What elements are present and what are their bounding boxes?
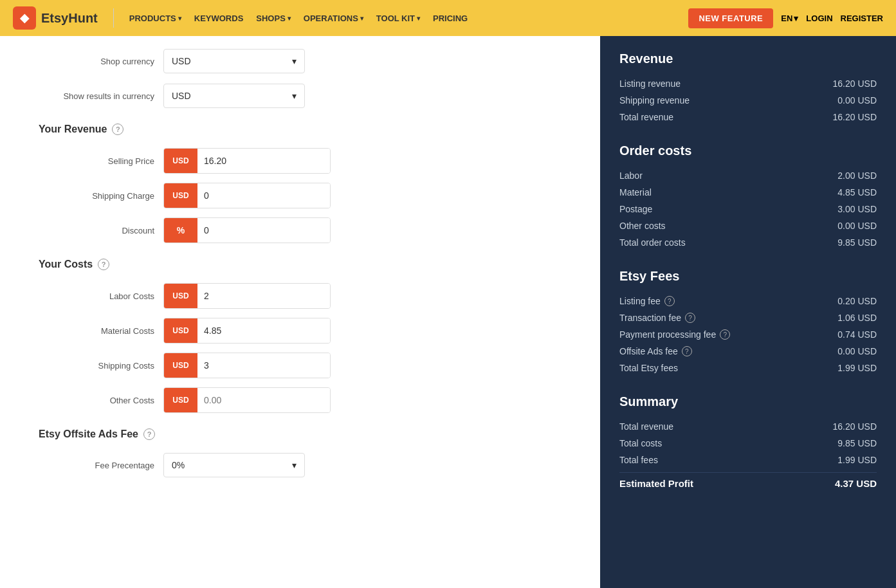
selling-price-input[interactable] <box>197 149 330 173</box>
language-selector[interactable]: EN ▾ <box>781 14 798 23</box>
summary-total-revenue-row: Total revenue 16.20 USD <box>619 418 877 435</box>
payment-processing-fee-value: 0.74 USD <box>837 329 877 340</box>
login-link[interactable]: LOGIN <box>806 14 832 23</box>
chevron-down-icon: ▾ <box>360 15 363 22</box>
selling-price-label: Selling Price <box>39 156 154 166</box>
shipping-charge-currency-badge: USD <box>164 183 197 208</box>
other-costs-result-value: 0.00 USD <box>837 221 877 231</box>
costs-title: Your Costs <box>39 259 93 270</box>
discount-label: Discount <box>39 226 154 235</box>
right-panel: Revenue Listing revenue 16.20 USD Shippi… <box>600 36 896 588</box>
total-order-costs-row: Total order costs 9.85 USD <box>619 234 877 251</box>
left-panel: Shop currency USD ▾ Show results in curr… <box>0 36 600 588</box>
material-result-label: Material <box>619 187 652 198</box>
order-costs-title: Order costs <box>619 143 877 158</box>
total-order-costs-value: 9.85 USD <box>837 237 877 248</box>
summary-section: Summary Total revenue 16.20 USD Total co… <box>619 394 877 494</box>
shipping-charge-row: Shipping Charge USD <box>39 183 562 208</box>
labor-costs-label: Labor Costs <box>39 291 154 301</box>
material-result-value: 4.85 USD <box>837 187 877 198</box>
total-etsy-fees-value: 1.99 USD <box>837 363 877 373</box>
summary-total-fees-value: 1.99 USD <box>837 455 877 465</box>
nav-links: PRODUCTS▾ KEYWORDS SHOPS▾ OPERATIONS▾ TO… <box>129 14 673 23</box>
nav-operations[interactable]: OPERATIONS▾ <box>304 14 363 23</box>
fee-percentage-label: Fee Precentage <box>39 461 154 470</box>
shipping-charge-input[interactable] <box>197 183 330 208</box>
other-costs-result-row: Other costs 0.00 USD <box>619 217 877 234</box>
labor-costs-input[interactable] <box>197 284 330 308</box>
costs-section: Your Costs ? Labor Costs USD Material Co… <box>39 259 562 413</box>
material-costs-input[interactable] <box>197 318 330 343</box>
ads-fee-section: Etsy Offsite Ads Fee ? Fee Precentage 0%… <box>39 428 562 477</box>
nav-keywords[interactable]: KEYWORDS <box>194 14 244 23</box>
results-currency-select[interactable]: USD ▾ <box>163 84 305 108</box>
fee-percentage-select[interactable]: 0% ▾ <box>163 453 305 477</box>
offsite-ads-fee-value: 0.00 USD <box>837 346 877 356</box>
new-feature-button[interactable]: NEW FEATURE <box>688 8 773 28</box>
logo[interactable]: ◆ EtsyHunt <box>13 6 98 30</box>
other-costs-result-label: Other costs <box>619 221 666 231</box>
fee-percentage-row: Fee Precentage 0% ▾ <box>39 453 562 477</box>
total-revenue-label: Total revenue <box>619 112 673 122</box>
ads-fee-help-icon[interactable]: ? <box>143 428 155 440</box>
shipping-charge-label: Shipping Charge <box>39 191 154 201</box>
shipping-revenue-value: 0.00 USD <box>837 95 877 106</box>
nav-divider <box>113 8 114 28</box>
main-layout: Shop currency USD ▾ Show results in curr… <box>0 36 896 588</box>
costs-header: Your Costs ? <box>39 259 562 270</box>
postage-result-value: 3.00 USD <box>837 204 877 214</box>
revenue-header: Your Revenue ? <box>39 124 562 135</box>
shipping-costs-input[interactable] <box>197 353 330 378</box>
nav-products[interactable]: PRODUCTS▾ <box>129 14 181 23</box>
estimated-profit-row: Estimated Profit 4.37 USD <box>619 472 877 494</box>
other-costs-input[interactable] <box>197 388 330 412</box>
shipping-revenue-label: Shipping revenue <box>619 95 690 106</box>
selling-price-currency-badge: USD <box>164 149 197 173</box>
costs-help-icon[interactable]: ? <box>98 259 109 270</box>
revenue-help-icon[interactable]: ? <box>112 124 123 135</box>
nav-shops[interactable]: SHOPS▾ <box>256 14 291 23</box>
listing-fee-help-icon[interactable]: ? <box>664 296 675 306</box>
navbar: ◆ EtsyHunt PRODUCTS▾ KEYWORDS SHOPS▾ OPE… <box>0 0 896 36</box>
shipping-revenue-row: Shipping revenue 0.00 USD <box>619 92 877 109</box>
labor-result-row: Labor 2.00 USD <box>619 167 877 184</box>
nav-toolkit[interactable]: TOOL KIT▾ <box>376 14 420 23</box>
register-link[interactable]: REGISTER <box>841 14 883 23</box>
shop-currency-select[interactable]: USD ▾ <box>163 49 305 73</box>
offsite-ads-fee-help-icon[interactable]: ? <box>682 346 692 356</box>
material-costs-row: Material Costs USD <box>39 318 562 344</box>
shop-currency-label: Shop currency <box>39 57 154 66</box>
discount-row: Discount % <box>39 217 562 243</box>
nav-pricing[interactable]: PRICING <box>433 14 468 23</box>
summary-total-fees-label: Total fees <box>619 455 658 465</box>
discount-input[interactable] <box>197 218 330 243</box>
currency-section: Shop currency USD ▾ Show results in curr… <box>39 49 562 108</box>
total-etsy-fees-label: Total Etsy fees <box>619 363 678 373</box>
payment-processing-fee-help-icon[interactable]: ? <box>720 329 730 340</box>
chevron-down-icon: ▾ <box>292 56 297 66</box>
offsite-ads-fee-row: Offsite Ads fee ? 0.00 USD <box>619 343 877 360</box>
shipping-costs-row: Shipping Costs USD <box>39 353 562 378</box>
revenue-results-title: Revenue <box>619 51 877 66</box>
shop-currency-row: Shop currency USD ▾ <box>39 49 562 73</box>
material-costs-label: Material Costs <box>39 326 154 336</box>
selling-price-row: Selling Price USD <box>39 148 562 174</box>
transaction-fee-row: Transaction fee ? 1.06 USD <box>619 309 877 326</box>
summary-total-revenue-label: Total revenue <box>619 421 673 432</box>
estimated-profit-label: Estimated Profit <box>619 478 693 489</box>
other-costs-label: Other Costs <box>39 396 154 405</box>
listing-revenue-value: 16.20 USD <box>833 78 877 89</box>
transaction-fee-help-icon[interactable]: ? <box>685 313 695 323</box>
results-currency-row: Show results in currency USD ▾ <box>39 84 562 108</box>
etsy-fees-title: Etsy Fees <box>619 269 877 284</box>
shipping-costs-input-group: USD <box>163 353 331 378</box>
transaction-fee-label: Transaction fee ? <box>619 313 695 323</box>
labor-result-value: 2.00 USD <box>837 170 877 181</box>
summary-total-costs-label: Total costs <box>619 438 662 448</box>
material-result-row: Material 4.85 USD <box>619 184 877 201</box>
order-costs-results-section: Order costs Labor 2.00 USD Material 4.85… <box>619 143 877 251</box>
other-costs-currency-badge: USD <box>164 388 197 412</box>
total-order-costs-label: Total order costs <box>619 237 686 248</box>
summary-total-costs-row: Total costs 9.85 USD <box>619 435 877 452</box>
chevron-down-icon: ▾ <box>417 15 420 22</box>
